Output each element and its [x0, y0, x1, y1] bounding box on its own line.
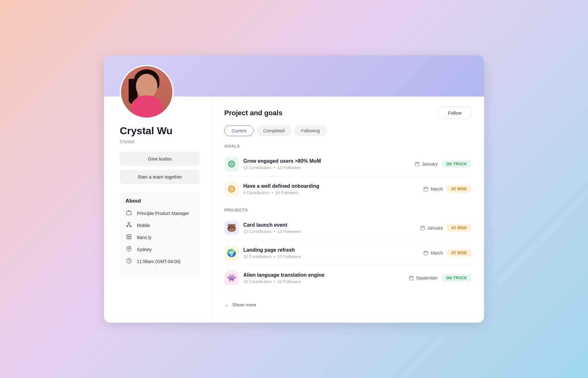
avatar — [120, 65, 174, 119]
goal-2-status: AT RISK — [447, 185, 471, 193]
svg-rect-29 — [409, 276, 413, 280]
tab-completed[interactable]: Completed — [256, 125, 292, 136]
proj-2-right: March AT RISK — [423, 249, 471, 257]
user-name: Crystal Wu — [120, 125, 200, 137]
goal-2-info: Have a well defined onboarding 6 Contrib… — [243, 183, 419, 195]
proj-3-date: September — [408, 275, 438, 281]
show-more-label: Show more — [232, 302, 256, 307]
goal-1-info: Grow engaged users >80% MoM 12 Contribut… — [243, 158, 410, 170]
tab-current[interactable]: Current — [224, 125, 254, 136]
list-item: Grow engaged users >80% MoM 12 Contribut… — [224, 152, 471, 177]
proj-2-status: AT RISK — [447, 249, 471, 257]
svg-rect-25 — [424, 251, 428, 255]
projects-section-label: Projects — [224, 208, 471, 212]
proj-1-info: Card launch event 12 Contributors • 13 F… — [243, 222, 415, 234]
time-text: 11:56am (GMT-04:00) — [137, 259, 181, 264]
header-banner — [104, 55, 484, 97]
goal-2-title: Have a well defined onboarding — [243, 183, 419, 189]
calendar-icon — [423, 250, 429, 256]
about-item-time: 11:56am (GMT-04:00) — [125, 258, 194, 265]
about-item-role: Principle Product Manager — [125, 210, 194, 217]
proj-2-info: Landing page refresh 12 Contributors • 1… — [243, 247, 419, 259]
goal-2-right: March AT RISK — [423, 185, 471, 193]
svg-point-5 — [128, 248, 130, 249]
svg-rect-10 — [415, 162, 419, 166]
goals-section-label: Goals — [224, 144, 471, 148]
goal-2-meta: 6 Contributors • 10 Followers — [243, 190, 419, 195]
goal-1-right: January ON TRACK — [414, 160, 471, 168]
show-more-button[interactable]: ⌄ Show more — [224, 297, 471, 312]
proj-1-status: AT RISK — [447, 224, 471, 232]
follow-button[interactable]: Follow — [438, 107, 471, 119]
svg-rect-21 — [421, 226, 425, 230]
left-panel: Crystal Wu Crystal Give kudos Start a te… — [104, 97, 212, 323]
about-item-company: Banc.ly — [125, 234, 194, 241]
proj-1-icon: 🐻 — [224, 221, 239, 235]
goal-1-icon — [224, 157, 239, 171]
proj-3-icon: 👾 — [224, 271, 239, 285]
panel-title: Project and goals — [224, 109, 282, 117]
calendar-icon — [414, 161, 420, 167]
calendar-icon — [420, 225, 425, 231]
give-kudos-button[interactable]: Give kudos — [120, 152, 200, 166]
proj-3-status: ON TRACK — [442, 274, 471, 282]
goal-2-icon — [224, 182, 239, 196]
goal-1-status: ON TRACK — [442, 160, 471, 168]
proj-2-title: Landing page refresh — [243, 247, 419, 253]
svg-rect-17 — [424, 187, 428, 191]
proj-1-right: January AT RISK — [420, 224, 471, 232]
list-item: 🌍 Landing page refresh 12 Contributors •… — [224, 241, 471, 266]
proj-1-title: Card launch event — [243, 222, 415, 228]
calendar-icon — [408, 275, 414, 281]
user-handle: Crystal — [120, 139, 200, 144]
body-content: Crystal Wu Crystal Give kudos Start a te… — [104, 97, 484, 323]
briefcase-icon — [125, 210, 132, 217]
tab-following[interactable]: Following — [294, 125, 327, 136]
proj-2-date: March — [423, 250, 443, 256]
chevron-down-icon: ⌄ — [224, 301, 229, 308]
svg-point-16 — [231, 188, 232, 190]
svg-rect-4 — [127, 235, 131, 239]
pin-icon — [125, 246, 132, 253]
about-title: About — [125, 198, 194, 204]
avatar-head — [136, 74, 157, 98]
proj-1-meta: 12 Contributors • 13 Followers — [243, 229, 415, 234]
tabs-container: Current Completed Following — [224, 125, 471, 136]
calendar-icon — [423, 186, 429, 192]
about-item-team: Mobile — [125, 222, 194, 229]
goal-1-date: January — [414, 161, 438, 167]
org-icon — [125, 222, 132, 229]
proj-3-info: Alien language translation engine 12 Con… — [243, 272, 404, 284]
team-text: Mobile — [137, 223, 150, 228]
goals-list: Grow engaged users >80% MoM 12 Contribut… — [224, 152, 471, 201]
proj-3-title: Alien language translation engine — [243, 272, 404, 278]
start-team-button[interactable]: Start a team together — [120, 170, 200, 184]
proj-1-date: January — [420, 225, 443, 231]
proj-2-icon: 🌍 — [224, 246, 239, 260]
panel-header: Project and goals Follow — [224, 107, 471, 119]
about-item-location: Sydney — [125, 246, 194, 253]
avatar-body — [131, 95, 163, 117]
list-item: 🐻 Card launch event 12 Contributors • 13… — [224, 216, 471, 241]
building-icon — [125, 234, 132, 241]
profile-card: Crystal Wu Crystal Give kudos Start a te… — [104, 55, 484, 323]
clock-icon — [125, 258, 132, 265]
svg-point-9 — [231, 163, 232, 165]
role-text: Principle Product Manager — [137, 211, 189, 216]
about-section: About Principle Product Manager — [120, 192, 200, 276]
right-panel: Project and goals Follow Current Complet… — [212, 97, 484, 323]
goal-1-title: Grow engaged users >80% MoM — [243, 158, 410, 164]
list-item: 👾 Alien language translation engine 12 C… — [224, 266, 471, 290]
list-item: Have a well defined onboarding 6 Contrib… — [224, 177, 471, 201]
svg-rect-0 — [127, 211, 131, 215]
proj-3-right: September ON TRACK — [408, 274, 471, 282]
projects-list: 🐻 Card launch event 12 Contributors • 13… — [224, 216, 471, 290]
proj-2-meta: 12 Contributors • 13 Followers — [243, 254, 419, 259]
goal-2-date: March — [423, 186, 443, 192]
proj-3-meta: 12 Contributors • 13 Followers — [243, 279, 404, 284]
location-text: Sydney — [137, 247, 152, 252]
goal-1-meta: 12 Contributors • 13 Followers — [243, 165, 410, 170]
company-text: Banc.ly — [137, 235, 151, 240]
